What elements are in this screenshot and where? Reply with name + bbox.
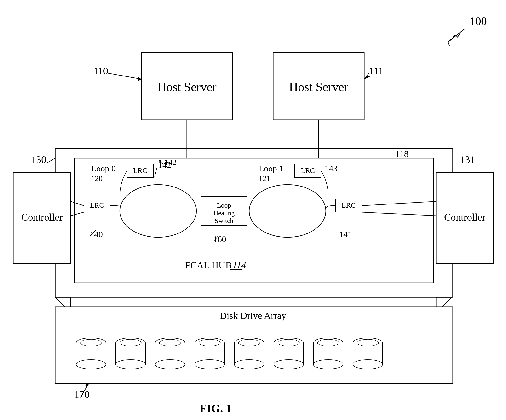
lrc-left-mid-label: LRC (90, 201, 104, 209)
disk-2-inner (120, 339, 141, 346)
disk-8-inner (357, 339, 379, 346)
disk-2-bottom (116, 359, 146, 369)
fcal-hub-label: FCAL HUB (185, 260, 232, 271)
host-server-1-label: Host Server (157, 80, 217, 94)
ref-143-label: 143 (325, 164, 338, 173)
ref-100-label: 100 (470, 15, 487, 27)
disk-6-inner (278, 339, 300, 346)
disk-7-bottom (313, 359, 343, 369)
ref-111-label: 111 (369, 65, 383, 76)
host-server-2-label: Host Server (289, 80, 348, 94)
disk-7-inner (317, 339, 339, 346)
lrc-top-left-label: LRC (133, 166, 147, 174)
disk-6-bottom (274, 359, 304, 369)
disk-5-inner (238, 339, 260, 346)
ref-142-display: ↖142 (158, 158, 177, 167)
ref-110-label: 110 (93, 65, 108, 76)
fig-caption: FIG. 1 (200, 402, 232, 415)
ref-120-label: 120 (91, 174, 103, 183)
ref-131-label: 131 (460, 154, 475, 165)
loop1-ellipse (249, 185, 326, 237)
loop0-label: Loop 0 (91, 164, 116, 173)
disk-3-inner (159, 339, 181, 346)
disk-1-inner (80, 339, 102, 346)
fcal-hub-num-label: 114 (232, 260, 246, 271)
loop0-ellipse (120, 185, 196, 237)
disk-1-bottom (76, 359, 106, 369)
controller-left-label: Controller (21, 212, 63, 223)
loop-healing-switch-label2: Healing (213, 209, 235, 217)
loop-healing-switch-label3: Switch (215, 217, 233, 224)
disk-drive-array-label: Disk Drive Array (220, 310, 286, 321)
loop-healing-switch-label1: Loop (217, 202, 231, 209)
lrc-right-mid-label: LRC (342, 201, 356, 209)
ref-141-label: 141 (339, 230, 352, 239)
lrc-top-right-label: LRC (301, 166, 315, 174)
ref-121-label: 121 (259, 174, 270, 183)
disk-8-bottom (353, 359, 383, 369)
ref-118-label: 118 (395, 149, 409, 159)
controller-right-label: Controller (444, 212, 486, 223)
loop1-label: Loop 1 (259, 164, 283, 173)
disk-5-bottom (234, 359, 264, 369)
disk-4-inner (199, 339, 220, 346)
ref-130-label: 130 (31, 154, 46, 165)
disk-3-bottom (155, 359, 185, 369)
disk-4-bottom (195, 359, 225, 369)
diagram-container: 100 Host Server 110 Host Server 111 118 (0, 0, 506, 420)
